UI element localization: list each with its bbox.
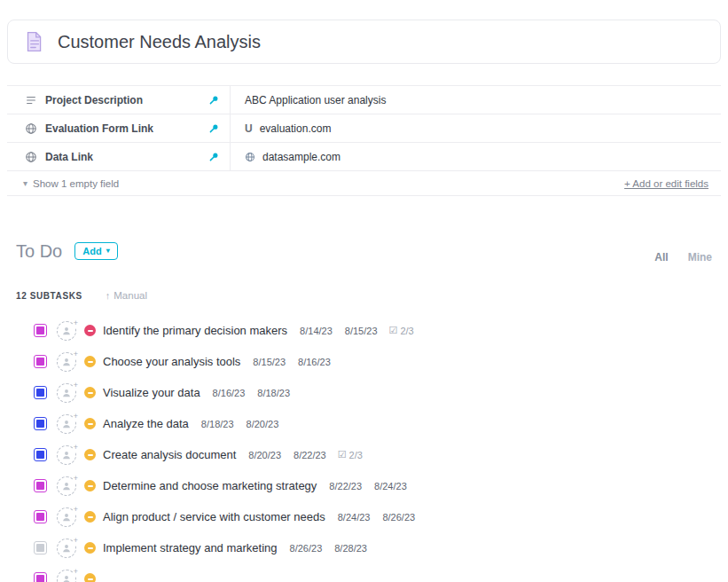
custom-fields-table: Project Description ABC Application user…: [7, 85, 721, 196]
status-icon[interactable]: [84, 325, 96, 336]
field-row-project-description: Project Description ABC Application user…: [7, 86, 721, 114]
checklist-count: 2/3: [349, 450, 363, 460]
task-start-date: 8/20/23: [248, 450, 281, 460]
task-due-date: 8/28/23: [334, 543, 367, 554]
task-name[interactable]: Choose your analysis tools: [103, 355, 240, 368]
page-title[interactable]: Customer Needs Analysis: [58, 32, 261, 52]
task-checkbox[interactable]: [34, 324, 47, 337]
assign-user-icon[interactable]: [57, 383, 76, 403]
assign-user-icon[interactable]: [57, 507, 76, 527]
subtasks-bar: 12 SUBTASKS ↑ Manual: [16, 290, 712, 301]
group-heading[interactable]: To Do: [16, 241, 62, 262]
arrow-up-icon: ↑: [106, 290, 111, 301]
field-row-data-link: Data Link datasample.com: [7, 143, 721, 171]
assign-user-icon[interactable]: [57, 414, 76, 434]
task-start-date: 8/26/23: [290, 543, 323, 554]
task-row[interactable]: Implement strategy and marketing 8/26/23…: [16, 532, 712, 563]
status-icon[interactable]: [84, 418, 96, 429]
assign-user-icon[interactable]: [57, 476, 76, 496]
todo-filters: All Mine: [654, 239, 712, 263]
task-name[interactable]: Implement strategy and marketing: [103, 541, 278, 554]
task-row[interactable]: Align product / service with customer ne…: [16, 501, 712, 532]
field-label: Data Link: [45, 151, 93, 163]
todo-section: To Do Add ▾ All Mine 12 SUBTASKS ↑ Manua…: [0, 239, 728, 582]
show-empty-label: Show 1 empty field: [33, 178, 119, 189]
status-icon[interactable]: [84, 511, 96, 523]
pin-icon[interactable]: [208, 152, 219, 162]
task-checkbox[interactable]: [34, 510, 47, 523]
task-due-date: 8/22/23: [294, 450, 326, 460]
task-start-date: 8/15/23: [253, 357, 286, 367]
task-name[interactable]: Determine and choose marketing strategy: [103, 479, 317, 492]
subtasks-count: 12 SUBTASKS: [16, 291, 82, 301]
task-checkbox[interactable]: [34, 572, 47, 582]
task-checklist-badge: ☑ 2/3: [338, 450, 363, 460]
chevron-down-icon: ▾: [106, 248, 110, 255]
empty-fields-row: ▾ Show 1 empty field + Add or edit field…: [7, 171, 721, 196]
task-row[interactable]: Visualize your data 8/16/23 8/18/23: [16, 377, 712, 408]
task-due-date: 8/20/23: [247, 419, 279, 429]
pin-icon[interactable]: [208, 95, 219, 106]
task-checkbox[interactable]: [34, 448, 47, 461]
sort-control[interactable]: ↑ Manual: [106, 290, 147, 301]
globe-icon: [25, 122, 37, 135]
add-or-edit-fields-link[interactable]: + Add or edit fields: [624, 178, 708, 189]
field-label-cell[interactable]: Data Link: [7, 143, 231, 170]
task-name[interactable]: Create analysis document: [103, 448, 236, 461]
assign-user-icon[interactable]: [57, 445, 76, 465]
task-due-date: 8/16/23: [298, 357, 331, 367]
task-checkbox[interactable]: [34, 417, 47, 430]
field-value-link[interactable]: datasample.com: [231, 143, 721, 170]
task-row[interactable]: [16, 563, 712, 582]
field-row-evaluation-form-link: Evaluation Form Link U evaluation.com: [7, 114, 721, 143]
status-icon[interactable]: [84, 573, 96, 582]
status-icon[interactable]: [84, 356, 96, 367]
document-icon: [22, 30, 45, 53]
task-row[interactable]: Analyze the data 8/18/23 8/20/23: [16, 408, 712, 439]
field-label-cell[interactable]: Evaluation Form Link: [7, 114, 231, 142]
show-empty-fields-toggle[interactable]: ▾ Show 1 empty field: [23, 178, 119, 189]
task-name[interactable]: Identify the primary decision makers: [103, 324, 287, 337]
task-name[interactable]: Align product / service with customer ne…: [103, 510, 325, 523]
assign-user-icon[interactable]: [57, 321, 76, 341]
status-icon[interactable]: [84, 449, 96, 460]
task-start-date: 8/14/23: [300, 326, 333, 336]
link-favicon-globe: [245, 152, 255, 162]
assign-user-icon[interactable]: [57, 539, 76, 558]
task-name[interactable]: Visualize your data: [103, 386, 200, 399]
chevron-down-icon: ▾: [23, 179, 27, 188]
status-icon[interactable]: [84, 542, 96, 554]
task-row[interactable]: Create analysis document 8/20/23 8/22/23…: [16, 439, 712, 470]
status-icon[interactable]: [84, 387, 96, 398]
field-value-text[interactable]: evaluation.com: [260, 122, 332, 135]
field-label-cell[interactable]: Project Description: [7, 86, 231, 114]
filter-all[interactable]: All: [654, 251, 668, 263]
task-start-date: 8/16/23: [213, 388, 246, 398]
pin-icon[interactable]: [208, 123, 219, 134]
task-name[interactable]: Analyze the data: [103, 417, 189, 430]
task-due-date: 8/26/23: [382, 512, 415, 523]
task-checkbox[interactable]: [34, 355, 47, 368]
task-row[interactable]: Determine and choose marketing strategy …: [16, 470, 712, 501]
todo-header: To Do Add ▾ All Mine: [16, 239, 712, 263]
task-row[interactable]: Identify the primary decision makers 8/1…: [16, 315, 712, 346]
assign-user-icon[interactable]: [57, 352, 76, 372]
task-checkbox[interactable]: [34, 479, 47, 492]
task-checkbox[interactable]: [34, 386, 47, 399]
globe-icon: [25, 151, 37, 163]
field-label: Evaluation Form Link: [45, 122, 153, 135]
field-value-link[interactable]: U evaluation.com: [231, 114, 721, 142]
task-row[interactable]: Choose your analysis tools 8/15/23 8/16/…: [16, 346, 712, 377]
assign-user-icon[interactable]: [57, 570, 76, 582]
task-checkbox[interactable]: [34, 541, 47, 554]
text-field-icon: [25, 94, 37, 106]
field-value[interactable]: ABC Application user analysis: [231, 86, 721, 114]
field-value-text[interactable]: datasample.com: [262, 151, 341, 163]
task-start-date: 8/22/23: [329, 481, 362, 492]
task-due-date: 8/15/23: [345, 326, 378, 336]
add-task-button[interactable]: Add ▾: [74, 242, 117, 260]
task-checklist-badge: ☑ 2/3: [389, 326, 414, 336]
status-icon[interactable]: [84, 480, 96, 492]
filter-mine[interactable]: Mine: [688, 251, 712, 263]
task-due-date: 8/18/23: [257, 388, 290, 398]
